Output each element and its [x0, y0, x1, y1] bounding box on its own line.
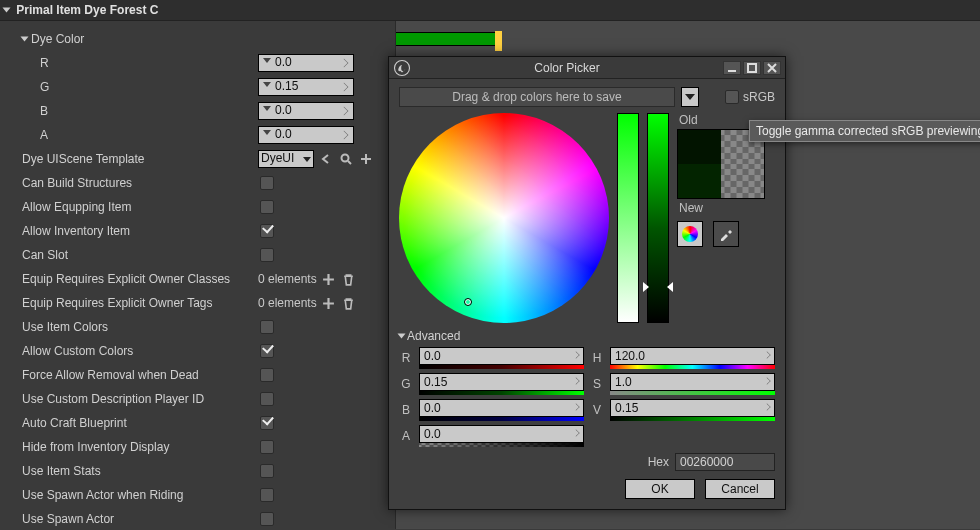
- property-labels-column: Dye Color R G B A Dye UIScene Template C…: [0, 21, 256, 529]
- dye-color-group[interactable]: Dye Color: [0, 27, 256, 51]
- picker-input-r[interactable]: [419, 347, 584, 365]
- hex-input[interactable]: [675, 453, 775, 471]
- checkbox[interactable]: [260, 368, 274, 382]
- minimize-button[interactable]: [723, 61, 741, 75]
- label-uiscene: Dye UIScene Template: [0, 147, 256, 171]
- srgb-checkbox[interactable]: [725, 90, 739, 104]
- bool-label: Hide from Inventory Display: [0, 435, 256, 459]
- dye-color-label: Dye Color: [31, 32, 84, 46]
- color-wheel-icon: [682, 226, 698, 242]
- checkbox[interactable]: [260, 344, 274, 358]
- picker-input-v[interactable]: [610, 399, 775, 417]
- checkbox[interactable]: [260, 392, 274, 406]
- checkbox[interactable]: [260, 248, 274, 262]
- count-label: 0 elements: [258, 296, 317, 310]
- color-picker-window: Color Picker Drag & drop colors here to …: [388, 56, 786, 510]
- bool-label: Use Item Colors: [0, 315, 256, 339]
- arrow-left-icon[interactable]: [318, 151, 334, 167]
- checkbox[interactable]: [260, 200, 274, 214]
- label-equip-tags: Equip Requires Explicit Owner Tags: [0, 291, 256, 315]
- checkbox[interactable]: [260, 440, 274, 454]
- label-h: H: [590, 351, 604, 365]
- advanced-label: Advanced: [407, 329, 460, 343]
- bool-label: Use Custom Description Player ID: [0, 387, 256, 411]
- drop-hint: Drag & drop colors here to save: [452, 90, 621, 104]
- value: 0.0: [275, 127, 292, 141]
- label-r: R: [0, 51, 256, 75]
- color-wheel[interactable]: [399, 113, 609, 323]
- unreal-logo-icon: [393, 59, 411, 77]
- picker-input-b[interactable]: [419, 399, 584, 417]
- color-picker-title: Color Picker: [411, 61, 723, 75]
- new-label: New: [679, 201, 771, 215]
- checkbox[interactable]: [260, 320, 274, 334]
- bool-label: Use Spawn Actor when Riding: [0, 483, 256, 507]
- input-r[interactable]: 0.0: [258, 54, 354, 72]
- value-slider[interactable]: [647, 113, 669, 323]
- gradient-a[interactable]: [419, 442, 584, 447]
- svg-point-1: [395, 60, 410, 75]
- hex-label: Hex: [648, 455, 669, 469]
- checkbox[interactable]: [260, 512, 274, 526]
- label-v: V: [590, 403, 604, 417]
- svg-point-0: [342, 155, 349, 162]
- add-icon[interactable]: [321, 271, 337, 287]
- value: DyeUI: [261, 151, 294, 165]
- checkbox[interactable]: [260, 416, 274, 430]
- section-title: Primal Item Dye Forest C: [16, 3, 158, 17]
- bool-label: Can Slot: [0, 243, 256, 267]
- maximize-button[interactable]: [743, 61, 761, 75]
- label-b: B: [0, 99, 256, 123]
- uiscene-select[interactable]: DyeUI: [258, 150, 314, 168]
- bool-label: Force Allow Removal when Dead: [0, 363, 256, 387]
- wheel-indicator[interactable]: [464, 298, 472, 306]
- slider-indicator-icon: [667, 282, 673, 292]
- input-a[interactable]: 0.0: [258, 126, 354, 144]
- checkbox[interactable]: [260, 464, 274, 478]
- color-themes-button[interactable]: [677, 221, 703, 247]
- value: 0.15: [275, 79, 298, 93]
- picker-input-g[interactable]: [419, 373, 584, 391]
- ok-button[interactable]: OK: [625, 479, 695, 499]
- srgb-label: sRGB: [743, 90, 775, 104]
- checkbox[interactable]: [260, 488, 274, 502]
- bool-label: Allow Custom Colors: [0, 339, 256, 363]
- value: 0.0: [275, 103, 292, 117]
- count-label: 0 elements: [258, 272, 317, 286]
- triangle-down-icon: [398, 334, 406, 339]
- input-g[interactable]: 0.15: [258, 78, 354, 96]
- label-g: G: [399, 377, 413, 391]
- bool-label: Can Build Structures: [0, 171, 256, 195]
- color-picker-titlebar[interactable]: Color Picker: [389, 57, 785, 79]
- checkbox[interactable]: [260, 176, 274, 190]
- section-header[interactable]: Primal Item Dye Forest C: [0, 0, 980, 21]
- value: 0.0: [275, 55, 292, 69]
- plus-icon[interactable]: [358, 151, 374, 167]
- checkbox[interactable]: [260, 224, 274, 238]
- close-button[interactable]: [763, 61, 781, 75]
- tooltip: Toggle gamma corrected sRGB previewing: [749, 120, 980, 142]
- trash-icon[interactable]: [341, 295, 357, 311]
- triangle-down-icon: [21, 37, 29, 42]
- picker-input-a[interactable]: [419, 425, 584, 443]
- bool-label: Use Item Stats: [0, 459, 256, 483]
- label-r: R: [399, 351, 413, 365]
- eyedropper-button[interactable]: [713, 221, 739, 247]
- trash-icon[interactable]: [341, 271, 357, 287]
- swatch-drop-area[interactable]: Drag & drop colors here to save: [399, 87, 675, 107]
- input-b[interactable]: 0.0: [258, 102, 354, 120]
- picker-input-h[interactable]: [610, 347, 775, 365]
- svg-rect-2: [748, 64, 756, 72]
- slider-indicator-icon: [643, 282, 649, 292]
- saturation-slider[interactable]: [617, 113, 639, 323]
- triangle-down-icon: [3, 8, 11, 13]
- cancel-button[interactable]: Cancel: [705, 479, 775, 499]
- label-b: B: [399, 403, 413, 417]
- advanced-toggle[interactable]: Advanced: [399, 329, 775, 343]
- bool-label: Use Spawn Actor: [0, 507, 256, 530]
- picker-input-s[interactable]: [610, 373, 775, 391]
- swatch-dropdown[interactable]: [681, 87, 699, 107]
- search-icon[interactable]: [338, 151, 354, 167]
- add-icon[interactable]: [321, 295, 337, 311]
- property-values-column: 0.0 0.15 0.0 0.0 DyeUI 0 elements 0 elem…: [256, 21, 396, 529]
